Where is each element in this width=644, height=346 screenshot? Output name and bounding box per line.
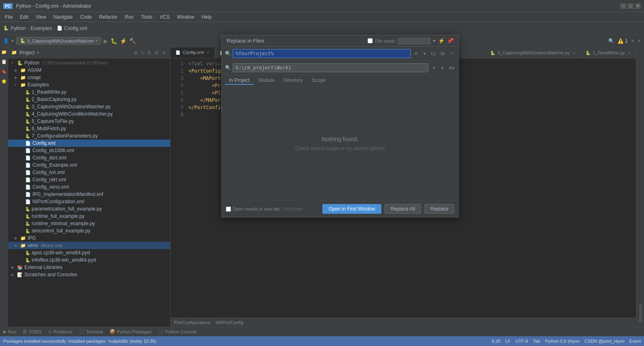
encoding[interactable]: UTF-8 <box>515 339 528 344</box>
list-item[interactable]: ▶ 📁 venv library root <box>8 242 170 249</box>
tab-directory[interactable]: Directory <box>279 77 307 85</box>
filter-icon[interactable]: ▾ <box>433 38 436 44</box>
replace-btn[interactable]: Replace <box>424 204 454 214</box>
search-button[interactable]: 🔍 <box>608 38 614 44</box>
cursor-position[interactable]: 6:20 <box>492 339 500 344</box>
menu-help[interactable]: Help <box>199 13 215 21</box>
breadcrumb-maport[interactable]: MAPortConfig <box>216 320 243 325</box>
tab-in-project[interactable]: In Project <box>225 77 254 85</box>
file-mask-checkbox[interactable] <box>367 38 373 43</box>
menu-navigate[interactable]: Navigate <box>50 13 76 21</box>
python-version[interactable]: Python 5.6 (Hyon <box>545 339 579 344</box>
tab-readwrite[interactable]: 🐍 1_ReadWrite.py ✕ <box>581 47 636 58</box>
coverage-button[interactable]: ⚡ <box>120 38 127 44</box>
list-item[interactable]: 🐍 runtime_minimal_example.py <box>8 220 170 227</box>
sort-btn[interactable]: ⇅ <box>146 49 152 56</box>
sidebar-favorites-icon[interactable]: ⭐ <box>1 78 7 84</box>
indent[interactable]: Tab <box>533 339 540 344</box>
maximize-button[interactable]: □ <box>628 3 633 9</box>
list-item[interactable]: 🐍 5_CaptureToFile.py <box>8 118 170 125</box>
collapse-all-btn[interactable]: ≡ <box>140 49 145 56</box>
event-label[interactable]: Event <box>629 339 641 344</box>
collapse-icon[interactable]: ∨ <box>638 38 641 43</box>
list-item[interactable]: 🐍 apoc.cp36-win_amd64.pyd <box>8 249 170 256</box>
profile-button[interactable]: 🔨 <box>129 38 136 44</box>
settings-btn[interactable]: ⚙ <box>153 49 160 56</box>
locate-file-btn[interactable]: ⊕ <box>133 49 138 56</box>
list-item[interactable]: ▾ 📁 Examples <box>8 81 170 88</box>
list-item[interactable]: 📄 Config_ds1006.xml <box>8 147 170 154</box>
list-item[interactable]: 🐍 3_CapturingWithDurationWatcher.py <box>8 103 170 110</box>
list-item[interactable]: 📄 Config_nilrt.xml <box>8 176 170 183</box>
open-results-check[interactable] <box>226 206 231 212</box>
close-button[interactable]: ✕ <box>635 3 641 9</box>
tab-capturing[interactable]: 🐍 3_CapturingWithDurationWatcher.py ✕ <box>485 47 581 58</box>
list-item[interactable]: 🐍 4_CapturingWithConditionWatcher.py <box>8 110 170 118</box>
clear-replace-btn[interactable]: ✕ <box>430 64 437 71</box>
debug-button[interactable]: 🐛 <box>110 38 117 44</box>
line-ending[interactable]: LF <box>506 339 511 344</box>
list-item[interactable]: ▶ 📚 External Libraries <box>8 264 170 271</box>
list-item[interactable]: 🐍 2_BasicCapturing.py <box>8 96 170 103</box>
problems-tool[interactable]: ⚠ Problems <box>48 329 72 334</box>
menu-edit[interactable]: Edit <box>17 13 32 21</box>
menu-code[interactable]: Code <box>77 13 95 21</box>
close-tab-icon3[interactable]: ✕ <box>572 51 575 55</box>
expand-icon[interactable]: ∧ <box>631 38 634 43</box>
sidebar-structure-icon[interactable]: 📋 <box>1 58 7 65</box>
dialog-pin-icon[interactable]: 📌 <box>447 38 454 44</box>
tab-scope[interactable]: Scope <box>308 77 330 85</box>
minimize-button[interactable]: ─ <box>620 3 626 9</box>
sidebar-project-icon[interactable]: 📁 <box>1 49 7 55</box>
python-packages-tool[interactable]: 📦 Python Packages <box>110 329 152 334</box>
list-item[interactable]: ▾ 🐍 Python C:\IPG\carmaker\win64-10.2\Py… <box>8 59 170 67</box>
clear-search-btn[interactable]: ✕ <box>412 50 419 57</box>
structure-label[interactable]: Structure <box>638 304 643 322</box>
case-sensitive-btn[interactable]: Cc <box>430 50 437 57</box>
list-item[interactable]: 🐍 parametrization_full_example.py <box>8 205 170 213</box>
list-item[interactable]: 📄 Config.xml <box>8 140 170 147</box>
menu-refactor[interactable]: Refactor <box>96 13 121 21</box>
list-item[interactable]: ▶ 📁 ASAM <box>8 67 170 74</box>
run-config[interactable]: 🐍 3_CapturingWithDurationWatcher ▾ <box>16 37 101 45</box>
list-item[interactable]: 🐍 infofiles.cp36-win_amd64.pyd <box>8 256 170 264</box>
list-item[interactable]: 📄 Config_dsrt.xml <box>8 154 170 161</box>
menu-run[interactable]: Run <box>121 13 137 21</box>
menu-file[interactable]: File <box>2 13 16 21</box>
list-item[interactable]: 🐍 1_ReadWrite.py <box>8 88 170 96</box>
search-history-btn[interactable]: ▾ <box>421 50 428 57</box>
menu-view[interactable]: View <box>32 13 50 21</box>
close-tab-icon[interactable]: ✕ <box>206 50 210 55</box>
list-item[interactable]: 🐍 simcontrol_full_example.py <box>8 227 170 234</box>
replace-input[interactable] <box>233 63 428 72</box>
run-button[interactable]: ▶ <box>104 38 108 44</box>
whole-word-btn[interactable]: W <box>439 50 446 57</box>
preserve-case-btn[interactable]: Aa <box>448 64 455 71</box>
sidebar-bookmarks-icon[interactable]: 🔖 <box>1 68 7 75</box>
menu-tools[interactable]: Tools <box>138 13 156 21</box>
open-results-checkbox[interactable]: Open results in new tab <box>226 206 280 212</box>
close-panel-btn[interactable]: ✕ <box>161 49 167 56</box>
breadcrumb-examples[interactable]: Examples <box>30 26 52 31</box>
terminal-tool[interactable]: ⬛ Terminal <box>79 329 103 334</box>
list-item[interactable]: 📄 Config_lvrt.xml <box>8 169 170 176</box>
breadcrumb-config[interactable]: Config.xml <box>64 26 87 31</box>
list-item[interactable]: 📄 Config_xeno.xml <box>8 183 170 191</box>
file-mask-check[interactable]: File mask: ▾ <box>367 38 436 44</box>
tab-config-xml[interactable]: 📄 Config.xml ✕ <box>171 47 215 58</box>
search-input[interactable] <box>233 49 411 58</box>
tab-module[interactable]: Module <box>255 77 279 85</box>
list-item[interactable]: 📄 Config_Example.xml <box>8 161 170 169</box>
menu-vcs[interactable]: VCS <box>156 13 173 21</box>
list-item[interactable]: 🐍 7_ConfigurationParameters.py <box>8 132 170 140</box>
list-item[interactable]: 🐍 6_MultiFetch.py <box>8 125 170 132</box>
list-item[interactable]: ▶ 📁 cmapi <box>8 74 170 81</box>
list-item[interactable]: ▶ 📁 IPG <box>8 234 170 242</box>
regex-btn[interactable]: .* <box>448 50 455 57</box>
replace-all-btn[interactable]: Replace All <box>385 204 421 214</box>
open-find-window-btn[interactable]: Open in Find Window <box>322 204 381 214</box>
list-item[interactable]: 🐍 runtime_full_example.py <box>8 213 170 220</box>
file-mask-input[interactable] <box>398 38 430 44</box>
list-item[interactable]: 📄 IPG_ImplementationManifest.imf <box>8 191 170 198</box>
menu-window[interactable]: Window <box>174 13 198 21</box>
